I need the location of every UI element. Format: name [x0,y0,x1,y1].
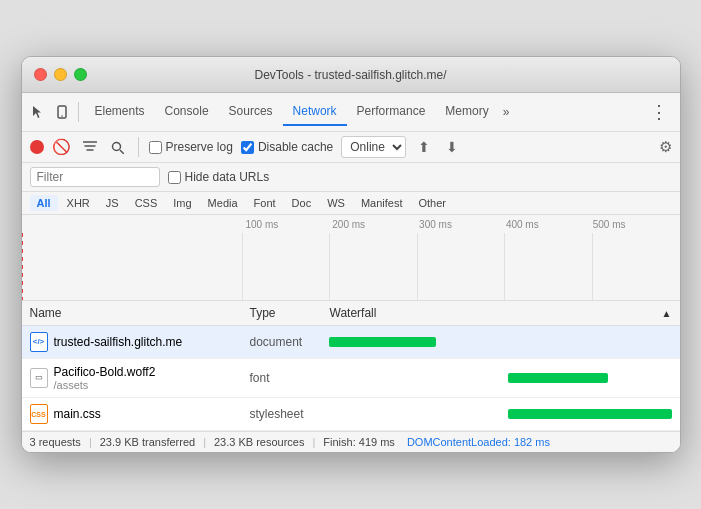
red-marker-line [22,233,23,300]
header-name[interactable]: Name [22,301,242,325]
nav-tabs: Elements Console Sources Network Perform… [85,98,514,126]
disable-cache-checkbox[interactable] [241,141,254,154]
type-btn-js[interactable]: JS [99,195,126,211]
row-type-2: font [242,365,322,391]
sep-3: | [312,436,315,448]
settings-icon[interactable]: ⚙ [659,138,672,156]
type-btn-css[interactable]: CSS [128,195,165,211]
table-row[interactable]: </> trusted-sailfish.glitch.me document [22,326,680,359]
preserve-log-label[interactable]: Preserve log [149,140,233,154]
disable-cache-label[interactable]: Disable cache [241,140,333,154]
preserve-log-checkbox[interactable] [149,141,162,154]
timeline-labels: 100 ms 200 ms 300 ms 400 ms 500 ms [242,219,680,230]
close-button[interactable] [34,68,47,81]
font-file-icon: ▭ [30,368,48,388]
row-type-1: document [242,329,322,355]
throttle-select[interactable]: Online [341,136,406,158]
export-icon[interactable]: ⬇ [442,137,462,157]
tab-network[interactable]: Network [283,98,347,126]
type-btn-media[interactable]: Media [201,195,245,211]
grid-col-4 [504,233,592,300]
timeline-label-200ms: 200 ms [332,219,419,230]
grid-col-5 [592,233,680,300]
maximize-button[interactable] [74,68,87,81]
dom-content-loaded: DOMContentLoaded: 182 ms [407,436,550,448]
record-button[interactable] [30,140,44,154]
row-name-3: CSS main.css [22,398,242,430]
type-btn-doc[interactable]: Doc [285,195,319,211]
row-name-stack-2: Pacifico-Bold.woff2 /assets [54,365,156,391]
waterfall-bar-3 [508,409,673,419]
transferred-size: 23.9 KB transferred [100,436,195,448]
devtools-body: Elements Console Sources Network Perform… [22,93,680,452]
tab-memory[interactable]: Memory [435,98,498,126]
resources-size: 23.3 KB resources [214,436,305,448]
timeline-label-500ms: 500 ms [593,219,680,230]
type-btn-img[interactable]: Img [166,195,198,211]
import-icon[interactable]: ⬆ [414,137,434,157]
requests-count: 3 requests [30,436,81,448]
tab-elements[interactable]: Elements [85,98,155,126]
grid-col-3 [417,233,505,300]
svg-line-3 [120,150,124,154]
devtools-window: DevTools - trusted-sailfish.glitch.me/ E… [21,56,681,453]
table-row[interactable]: CSS main.css stylesheet [22,398,680,431]
header-type[interactable]: Type [242,301,322,325]
title-bar: DevTools - trusted-sailfish.glitch.me/ [22,57,680,93]
css-file-icon: CSS [30,404,48,424]
table-row[interactable]: ▭ Pacifico-Bold.woff2 /assets font [22,359,680,398]
devtools-menu-button[interactable]: ⋮ [644,97,674,127]
row-waterfall-3 [322,399,680,429]
mobile-icon[interactable] [52,102,72,122]
grid-col-1 [242,233,330,300]
grid-col-2 [329,233,417,300]
hide-data-urls-checkbox[interactable] [168,171,181,184]
tab-console[interactable]: Console [155,98,219,126]
sep-2: | [203,436,206,448]
table-header: Name Type Waterfall ▲ [22,301,680,326]
window-title: DevTools - trusted-sailfish.glitch.me/ [254,68,446,82]
row-name-1: </> trusted-sailfish.glitch.me [22,326,242,358]
row-name-2: ▭ Pacifico-Bold.woff2 /assets [22,359,242,397]
html-file-icon: </> [30,332,48,352]
tab-sources[interactable]: Sources [219,98,283,126]
waterfall-bar-1 [329,337,436,347]
filter-icon[interactable] [80,137,100,157]
waterfall-bar-2 [508,373,608,383]
sort-arrow-icon: ▲ [662,308,672,319]
svg-point-2 [113,142,121,150]
type-btn-xhr[interactable]: XHR [60,195,97,211]
clear-button[interactable]: 🚫 [52,137,72,157]
filter-input[interactable] [30,167,160,187]
toolbar-separator-2 [138,137,139,157]
row-waterfall-2 [322,363,680,393]
type-filter-bar: All XHR JS CSS Img Media Font Doc WS Man… [22,192,680,215]
waterfall-timeline-area: 100 ms 200 ms 300 ms 400 ms 500 ms [22,215,680,301]
type-btn-other[interactable]: Other [411,195,453,211]
svg-point-1 [61,115,63,117]
search-icon[interactable] [108,137,128,157]
more-tabs-button[interactable]: » [499,99,514,125]
timeline-grid [242,233,680,300]
row-waterfall-1 [322,327,680,357]
timeline-label-100ms: 100 ms [242,219,333,230]
traffic-lights [34,68,87,81]
hide-data-urls-label[interactable]: Hide data URLs [168,170,270,184]
type-btn-font[interactable]: Font [247,195,283,211]
filter-row: Hide data URLs [22,163,680,192]
header-waterfall[interactable]: Waterfall ▲ [322,301,680,325]
type-btn-ws[interactable]: WS [320,195,352,211]
type-btn-all[interactable]: All [30,195,58,211]
toolbar-separator [78,102,79,122]
cursor-icon[interactable] [28,102,48,122]
timeline-label-300ms: 300 ms [419,219,506,230]
timeline-label-400ms: 400 ms [506,219,593,230]
network-table: </> trusted-sailfish.glitch.me document … [22,326,680,431]
sep-1: | [89,436,92,448]
status-bar: 3 requests | 23.9 KB transferred | 23.3 … [22,431,680,452]
minimize-button[interactable] [54,68,67,81]
row-type-3: stylesheet [242,401,322,427]
tab-performance[interactable]: Performance [347,98,436,126]
network-toolbar: 🚫 Preserve log Disable cache Online ⬆ ⬇ … [22,132,680,163]
type-btn-manifest[interactable]: Manifest [354,195,410,211]
